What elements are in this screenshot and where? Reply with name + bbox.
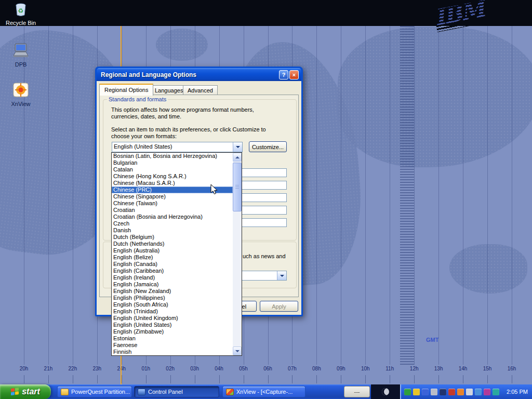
timezone-line bbox=[48, 26, 49, 365]
timezone-line bbox=[365, 26, 366, 365]
arrow-down-icon bbox=[235, 350, 240, 352]
tab-advanced[interactable]: Advanced bbox=[183, 85, 218, 96]
folder-icon bbox=[61, 389, 69, 395]
list-item[interactable]: English (Caribbean) bbox=[112, 268, 233, 274]
list-item[interactable]: Finnish bbox=[112, 349, 233, 355]
tab-languages[interactable]: Languages bbox=[150, 85, 188, 96]
list-item[interactable]: Danish bbox=[112, 227, 233, 234]
list-item[interactable]: Croatian bbox=[112, 207, 233, 214]
taskbar: start PowerQuest Partition... Control Pa… bbox=[0, 384, 532, 399]
list-item[interactable]: English (Jamaica) bbox=[112, 281, 233, 288]
svg-text:♻: ♻ bbox=[18, 7, 24, 15]
tray-icon[interactable] bbox=[493, 389, 499, 395]
list-item[interactable]: Czech bbox=[112, 220, 233, 227]
list-item[interactable]: Estonian bbox=[112, 335, 233, 342]
tray-icon[interactable] bbox=[440, 389, 446, 395]
recycle-bin-icon: ♻ bbox=[14, 2, 28, 19]
hour-label: 04h bbox=[211, 366, 227, 371]
hour-label: 23h bbox=[89, 366, 105, 371]
tray-icon[interactable] bbox=[404, 389, 411, 395]
standards-instruction: Select an item to match its preferences,… bbox=[111, 126, 283, 140]
list-item[interactable]: English (New Zealand) bbox=[112, 288, 233, 295]
start-button[interactable]: start bbox=[0, 384, 51, 399]
apply-button[interactable]: Apply bbox=[260, 301, 298, 312]
dialog-title-bar[interactable]: Regional and Language Options ? × bbox=[97, 68, 301, 81]
list-item[interactable]: English (South Africa) bbox=[112, 301, 233, 308]
scroll-up-button[interactable] bbox=[233, 153, 242, 162]
list-item[interactable]: English (Australia) bbox=[112, 247, 233, 254]
hour-label: 06h bbox=[260, 366, 276, 371]
timezone-line bbox=[463, 26, 463, 365]
timezone-tick bbox=[195, 375, 195, 383]
dialog-title: Regional and Language Options bbox=[99, 71, 278, 78]
timezone-tick bbox=[244, 375, 244, 383]
arrow-up-icon bbox=[235, 156, 240, 158]
list-item[interactable]: Chinese (Hong Kong S.A.R.) bbox=[112, 173, 233, 180]
tray-icon[interactable] bbox=[457, 389, 464, 395]
tray-icon[interactable] bbox=[431, 389, 437, 395]
hour-label: 07h bbox=[284, 366, 300, 371]
taskbar-dark-segment[interactable] bbox=[371, 384, 400, 399]
list-item[interactable]: Bulgarian bbox=[112, 159, 233, 166]
tray-icon[interactable] bbox=[484, 389, 490, 395]
hour-label: 03h bbox=[187, 366, 203, 371]
taskbar-clock[interactable]: 2:05 PM bbox=[507, 384, 528, 399]
list-item[interactable]: English (United States) bbox=[112, 322, 233, 328]
list-item[interactable]: Chinese (Taiwan) bbox=[112, 200, 233, 207]
list-item[interactable]: English (United Kingdom) bbox=[112, 315, 233, 322]
tab-regional-options[interactable]: Regional Options bbox=[99, 84, 153, 96]
list-item[interactable]: English (Belize) bbox=[112, 254, 233, 261]
list-item[interactable]: English (Trinidad) bbox=[112, 308, 233, 315]
help-button[interactable]: ? bbox=[279, 70, 288, 79]
list-item[interactable]: Faeroese bbox=[112, 342, 233, 349]
xnview-icon bbox=[12, 82, 29, 100]
desktop-icon-xnview[interactable]: XnView bbox=[4, 82, 37, 107]
format-combobox-value: English (United States) bbox=[114, 143, 172, 150]
customize-button[interactable]: Customize... bbox=[249, 141, 287, 152]
list-item[interactable]: Croatian (Bosnia and Herzegovina) bbox=[112, 214, 233, 220]
scrollbar-thumb[interactable] bbox=[233, 163, 242, 211]
tray-icon[interactable] bbox=[475, 389, 482, 395]
list-item[interactable]: English (Philippines) bbox=[112, 295, 233, 301]
mouse-cursor bbox=[210, 184, 220, 197]
list-item[interactable]: English (Canada) bbox=[112, 261, 233, 268]
list-item[interactable]: Dutch (Netherlands) bbox=[112, 241, 233, 247]
hour-label: 22h bbox=[65, 366, 81, 371]
desktop-icon-recycle-bin[interactable]: ♻ Recycle Bin bbox=[4, 2, 37, 26]
language-dropdown-list: Bosnian (Latin, Bosnia and Herzegovina)B… bbox=[111, 152, 242, 356]
hour-label: 05h bbox=[236, 366, 251, 371]
timezone-line bbox=[512, 26, 512, 365]
map-landmass bbox=[338, 27, 532, 167]
tray-icon[interactable] bbox=[448, 389, 455, 395]
taskbar-button-xnview[interactable]: XnView - [<Capture-... bbox=[222, 386, 305, 397]
map-landmass bbox=[156, 29, 208, 61]
close-button[interactable]: × bbox=[289, 70, 299, 79]
list-scrollbar[interactable] bbox=[233, 153, 242, 355]
timezone-tick bbox=[316, 375, 317, 383]
hour-label: 15h bbox=[480, 366, 495, 371]
timezone-line bbox=[24, 26, 24, 365]
map-landmass bbox=[449, 244, 527, 294]
scroll-down-button[interactable] bbox=[233, 347, 242, 355]
taskbar-button-control-panel[interactable]: Control Panel bbox=[134, 386, 219, 397]
timezone-tick bbox=[24, 375, 24, 383]
taskbar-separator-button[interactable]: --- bbox=[344, 386, 370, 397]
list-item[interactable]: Bosnian (Latin, Bosnia and Herzegovina) bbox=[112, 153, 233, 159]
list-item[interactable]: Catalan bbox=[112, 166, 233, 173]
tray-icon[interactable] bbox=[413, 389, 420, 395]
timezone-tick bbox=[48, 375, 49, 383]
list-item[interactable]: English (Ireland) bbox=[112, 274, 233, 281]
desktop-icon-dpb[interactable]: DPB bbox=[4, 43, 37, 68]
combobox-dropdown-button[interactable] bbox=[277, 271, 286, 280]
list-item[interactable]: English (Zimbabwe) bbox=[112, 328, 233, 335]
hour-label: 01h bbox=[138, 366, 154, 371]
tray-icon[interactable] bbox=[466, 389, 473, 395]
list-item[interactable]: Dutch (Belgium) bbox=[112, 234, 233, 241]
format-combobox[interactable]: English (United States) bbox=[112, 142, 243, 152]
timezone-line bbox=[487, 26, 488, 365]
hour-label: 21h bbox=[41, 366, 56, 371]
combobox-dropdown-button[interactable] bbox=[233, 142, 242, 152]
tray-icon[interactable] bbox=[422, 389, 429, 395]
date-line-band bbox=[400, 26, 414, 365]
taskbar-button-powerquest[interactable]: PowerQuest Partition... bbox=[57, 386, 132, 397]
